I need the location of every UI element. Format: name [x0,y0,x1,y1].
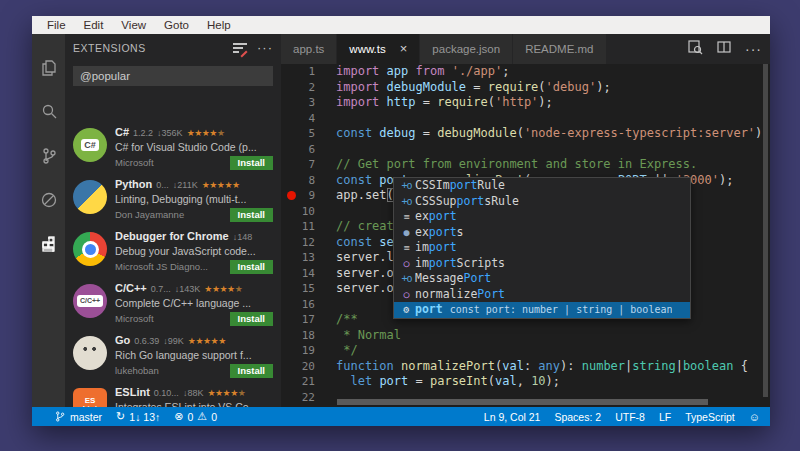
suggestion-text: port [429,225,457,239]
debug-icon[interactable] [32,180,65,220]
download-count: ↓148 [233,232,253,242]
star-icon: ★ [195,336,203,346]
code-line[interactable]: 18 * Normal [281,328,770,344]
extension-row-eslint[interactable]: ESLintESLint0.10...↓88K★★★★★Integrates E… [65,380,281,407]
python-logo-icon [73,180,107,214]
code-text: // Get port from environment and store i… [336,157,770,173]
tab-README.md[interactable]: README.md [513,34,605,64]
code-token: // create [336,219,401,233]
code-line[interactable]: 19 */ [281,343,770,359]
method-suggest-icon: ○ [398,256,415,272]
line-number: 19 [281,343,315,359]
window-body: EXTENSIONS ··· C#C#1.2.2↓356K★★★★★C# for… [32,34,770,407]
code-line[interactable]: 1import app from './app'; [281,64,770,80]
code-token: server.on [336,266,401,280]
download-count: ↓88K [183,388,204,398]
code-token: = [466,80,488,94]
sync-counts: 1↓ 13↑ [129,411,160,423]
tab-label: README.md [525,43,593,55]
code-token: any [538,359,560,373]
extension-row-c-c-[interactable]: C/C++C/C++0.7...↓143K★★★★★Complete C/C++… [65,276,281,328]
cursor-position[interactable]: Ln 9, Col 21 [484,411,541,423]
tab-www.ts[interactable]: www.ts× [337,34,419,64]
install-button[interactable]: Install [230,364,273,378]
menu-item-edit[interactable]: Edit [75,19,113,31]
code-token: app.set [336,188,387,202]
code-line[interactable]: 2import debugModule = require('debug'); [281,80,770,96]
sync-item[interactable]: ↻ 1↓ 13↑ [116,410,160,423]
code-line[interactable]: 21 let port = parseInt(val, 10); [281,374,770,390]
suggestion-CSSSupportsRule[interactable]: +oCSSSupportsRule [394,194,690,210]
suggestion-import[interactable]: ≡import [394,240,690,256]
code-token: app [387,64,409,78]
suggestion-normalizePort[interactable]: ○normalizePort [394,287,690,303]
method-suggest-icon: ○ [398,287,415,303]
suggestion-MessagePort[interactable]: +oMessagePort [394,271,690,287]
horizontal-scrollbar[interactable] [337,399,708,405]
git-branch-item[interactable]: master [54,410,102,423]
encoding[interactable]: UTF-8 [615,411,645,423]
menu-item-help[interactable]: Help [198,19,240,31]
suggestion-export[interactable]: ≡export [394,209,690,225]
code-line[interactable]: 6 [281,142,770,158]
install-button[interactable]: Install [230,312,273,326]
extension-row-c-[interactable]: C#C#1.2.2↓356K★★★★★C# for Visual Studio … [65,120,281,172]
install-button[interactable]: Install [230,156,273,170]
star-icon: ★ [212,284,220,294]
language-mode[interactable]: TypeScript [685,411,735,423]
extension-row-python[interactable]: Python0...↓211K★★★★★Linting, Debugging (… [65,172,281,224]
tab-label: www.ts [349,43,385,55]
star-icon: ★ [235,284,243,294]
code-token: */ [336,343,358,357]
indentation[interactable]: Spaces: 2 [554,411,601,423]
suggestion-text: sRule [484,194,519,208]
code-line[interactable]: 5const debug = debugModule('node-express… [281,126,770,142]
install-button[interactable]: Install [230,208,273,222]
code-token: // Get port from environment and store i… [336,157,697,171]
sidebar-more-icon[interactable]: ··· [257,43,273,53]
code-token: ); [719,173,733,187]
code-token: /** [336,312,358,326]
close-icon[interactable]: × [400,44,408,54]
code-token: './app' [452,64,503,78]
eol[interactable]: LF [659,411,671,423]
suggestion-port[interactable]: ⚙portconst port: number | string | boole… [394,302,690,318]
star-rating: ★★★★★ [188,336,226,346]
install-button[interactable]: Install [230,260,273,274]
code-line[interactable]: 7// Get port from environment and store … [281,157,770,173]
filter-icon[interactable] [233,42,247,54]
suggestion-CSSImportRule[interactable]: +oCSSImportRule [394,178,690,194]
tab-app.ts[interactable]: app.ts [281,34,336,64]
extension-info: Debugger for Chrome↓148Debug your JavaSc… [115,230,275,276]
tab-label: app.ts [293,43,324,55]
vertical-scrollbar[interactable] [763,64,768,397]
source-control-icon[interactable] [32,136,65,176]
tab-package.json[interactable]: package.json [420,34,512,64]
code-token: ); [538,95,552,109]
extension-row-go[interactable]: Go0.6.39↓99K★★★★★Rich Go language suppor… [65,328,281,380]
menu-item-view[interactable]: View [112,19,155,31]
menu-item-goto[interactable]: Goto [155,19,198,31]
suggestion-exports[interactable]: ●exports [394,225,690,241]
code-line[interactable]: 3import http = require('http'); [281,95,770,111]
editor-group: app.tswww.ts×package.jsonREADME.md ··· 1… [281,34,770,407]
split-editor-icon[interactable] [716,39,732,59]
code-token: import [336,64,379,78]
search-icon[interactable] [32,92,65,132]
code-token [379,64,386,78]
suggestion-importScripts[interactable]: ○importScripts [394,256,690,272]
problems-item[interactable]: ⊗ 0 ⚠ 0 [174,410,217,423]
code-line[interactable]: 20function normalizePort(val: any): numb… [281,359,770,375]
extension-row-debugger-for-chrome[interactable]: Debugger for Chrome↓148Debug your JavaSc… [65,224,281,276]
menu-item-file[interactable]: File [38,19,75,31]
feedback-smiley-icon[interactable]: ☺ [749,411,760,423]
open-preview-icon[interactable] [687,39,703,59]
extensions-icon[interactable] [32,224,65,264]
code-line[interactable]: 4 [281,111,770,127]
logo-label: C/C++ [77,295,103,307]
explorer-icon[interactable] [32,48,65,88]
editor-more-icon[interactable]: ··· [745,44,762,54]
code-token: = [416,95,438,109]
suggestion-label: importScripts [415,256,505,272]
extension-search-input[interactable] [73,66,273,86]
